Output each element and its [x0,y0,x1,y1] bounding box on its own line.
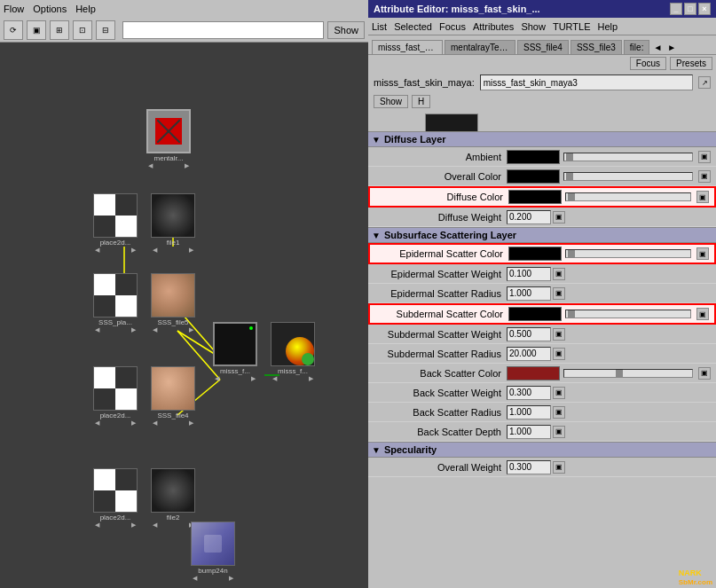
attr-value-diffuse-weight[interactable] [507,210,551,224]
menu-list[interactable]: List [372,21,387,32]
attr-swatch-epidermal-color[interactable] [508,247,562,261]
attr-label-epidermal-weight: Epidermal Scatter Weight [374,269,507,279]
attr-value-epidermal-radius[interactable] [507,286,551,301]
section-diffuse-layer[interactable]: ▼ Diffuse Layer [368,131,716,147]
attr-row-back-depth: Back Scatter Depth ▣ [368,422,716,442]
menu-turtle[interactable]: TURTLE [553,21,591,32]
attr-menu-bar: List Selected Focus Attributes Show TURT… [368,18,716,35]
attr-value-epidermal-weight[interactable] [507,267,551,281]
node-name-label: misss_fast_skin_maya: [374,77,475,88]
node-sss-pla[interactable]: SSS_pla... ◀ ▶ [93,273,138,333]
node-place2d-1[interactable]: place2d... ◀ ▶ [93,193,138,254]
tab-misss-fast-skin[interactable]: misss_fast_skin_maya3 [372,40,443,54]
focus-row: Focus Presets [368,55,716,72]
attr-slider-subdermal-color[interactable] [565,310,691,318]
show-button[interactable]: Show [327,21,365,39]
attr-swatch-overall-color[interactable] [507,169,560,184]
toolbar-btn-2[interactable]: ▣ [27,20,46,40]
node-file2[interactable]: file2 ◀ ▶ [151,468,195,529]
node-misss-f2[interactable]: misss_f... ◀ ▶ [271,322,315,382]
section-specularity-label: Specularity [384,444,437,455]
node-place2d-3[interactable]: place2d... ◀ ▶ [93,366,138,427]
attr-btn-diffuse-weight[interactable]: ▣ [553,211,565,223]
attr-value-overall-weight[interactable] [507,460,551,474]
menu-selected[interactable]: Selected [394,21,432,32]
attr-value-subdermal-radius[interactable] [507,347,551,361]
attr-swatch-subdermal-color[interactable] [508,307,562,321]
attr-value-back-radius[interactable] [507,405,551,419]
attr-row-back-color: Back Scatter Color ▣ [368,364,716,383]
tab-scroll-right[interactable]: ► [665,41,678,54]
presets-button[interactable]: Presets [670,57,712,70]
toolbar-btn-5[interactable]: ⊟ [96,20,115,40]
attr-btn-subdermal-color[interactable]: ▣ [696,308,709,320]
attr-value-back-weight[interactable] [507,386,551,400]
show-button[interactable]: Show [374,95,408,108]
attr-slider-diffuse-color[interactable] [565,192,691,201]
close-button[interactable]: × [698,3,711,15]
attr-value-back-depth[interactable] [507,425,551,439]
attr-btn-back-radius[interactable]: ▣ [553,406,565,419]
node-bump24n[interactable]: bump24n ◀ ▶ [191,521,235,582]
attr-btn-subdermal-radius[interactable]: ▣ [553,348,565,360]
attr-content[interactable]: ▼ Diffuse Layer Ambient ▣ Overall Color [368,131,716,588]
attr-btn-diffuse-color[interactable]: ▣ [696,191,709,203]
attr-slider-back-color[interactable] [563,369,693,378]
attr-row-diffuse-weight: Diffuse Weight ▣ [368,208,716,227]
node-name-input[interactable] [480,74,693,90]
tab-scroll-left[interactable]: ◄ [651,41,664,54]
attr-btn-back-weight[interactable]: ▣ [553,387,565,399]
attr-btn-ambient[interactable]: ▣ [698,151,711,163]
attr-label-ambient: Ambient [374,152,507,162]
menu-help[interactable]: Help [598,21,618,32]
node-misss-f1[interactable]: misss_f... ◀ ▶ [213,322,257,382]
attr-btn-subdermal-weight[interactable]: ▣ [553,328,565,341]
attr-btn-back-color[interactable]: ▣ [698,367,711,380]
attr-row-overall-color: Overall Color ▣ [368,167,716,186]
attr-swatch-back-color[interactable] [507,366,560,380]
attr-row-epidermal-radius: Epidermal Scatter Radius ▣ [368,284,716,303]
attr-slider-ambient[interactable] [563,153,693,161]
attr-swatch-ambient[interactable] [507,150,560,164]
attr-value-subdermal-weight[interactable] [507,327,551,341]
menu-help[interactable]: Help [75,4,96,14]
attr-btn-epidermal-weight[interactable]: ▣ [553,268,565,280]
attr-label-overall-weight: Overall Weight [374,462,507,473]
attr-swatch-diffuse-color[interactable] [508,190,562,204]
attr-slider-epidermal-color[interactable] [565,249,691,258]
menu-attributes[interactable]: Attributes [473,21,514,32]
tab-mentalray-texture[interactable]: mentalrayTexture1 [445,40,515,54]
h-button[interactable]: H [412,95,430,108]
attr-btn-overall-color[interactable]: ▣ [698,170,711,183]
attr-btn-epidermal-color[interactable]: ▣ [696,247,709,260]
tab-sss-file4[interactable]: SSS_file4 [517,40,569,54]
attr-btn-epidermal-radius[interactable]: ▣ [553,287,565,300]
node-name-icon[interactable]: ↗ [698,76,711,89]
menu-show[interactable]: Show [521,21,546,32]
menu-options[interactable]: Options [33,4,67,14]
node-sss-file4[interactable]: SSS_file4 ◀ ▶ [151,366,195,427]
menu-focus[interactable]: Focus [439,21,466,32]
node-file1[interactable]: file1 ◀ ▶ [151,193,195,254]
tab-file[interactable]: file: [624,40,650,54]
node-place2d-4[interactable]: place2d... ◀ ▶ [93,468,138,529]
attribute-editor: Attribute Editor: misss_fast_skin_... _ … [368,0,716,588]
attr-btn-back-depth[interactable]: ▣ [553,426,565,438]
section-specularity[interactable]: ▼ Specularity [368,442,716,458]
maximize-button[interactable]: □ [684,3,696,15]
node-sss-file5[interactable]: SSS_file5 ◀ ▶ [151,273,195,333]
menu-flow[interactable]: Flow [4,4,24,14]
toolbar-btn-4[interactable]: ⊡ [73,20,92,40]
tab-sss-file3[interactable]: SSS_file3 [570,40,622,54]
toolbar-btn-1[interactable]: ⟳ [4,20,23,40]
toolbar-btn-3[interactable]: ⊞ [50,20,69,40]
attr-btn-overall-weight[interactable]: ▣ [553,461,565,474]
attr-row-overall-weight: Overall Weight ▣ [368,458,716,477]
attr-label-diffuse-weight: Diffuse Weight [374,212,507,223]
minimize-button[interactable]: _ [670,3,682,15]
section-sss-layer[interactable]: ▼ Subsurface Scattering Layer [368,227,716,243]
focus-button[interactable]: Focus [630,57,666,70]
attr-slider-overall-color[interactable] [563,172,693,181]
search-input[interactable] [122,21,324,39]
node-mentalr[interactable]: mentalr... ◀ ▶ [146,109,191,169]
